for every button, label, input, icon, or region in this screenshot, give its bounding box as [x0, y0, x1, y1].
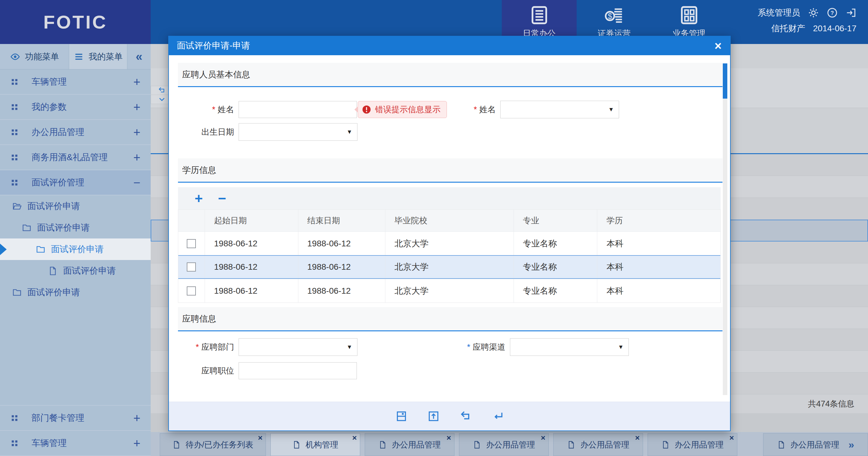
bottom-tab[interactable]: 办公用品管理×	[365, 433, 455, 456]
tab-close-icon[interactable]: ×	[730, 433, 734, 443]
table-row[interactable]: 1988-06-121988-06-12北京大学专业名称本科	[178, 279, 720, 303]
expand-toggle-icon[interactable]: +	[133, 437, 141, 449]
sidebar-menu-item[interactable]: 车辆管理+	[0, 69, 151, 95]
tab-close-icon[interactable]: ×	[258, 433, 262, 443]
username: 系统管理员	[757, 7, 800, 19]
table-row[interactable]: 1988-06-121988-06-12北京大学专业名称本科	[178, 255, 720, 279]
bottom-tab[interactable]: 办公用品管理×	[553, 433, 643, 456]
sidebar-collapse-button[interactable]: «	[127, 44, 151, 69]
sidebar-menu-item[interactable]: 车辆管理+	[0, 431, 151, 456]
sidebar-bottom-menu: 部门餐卡管理+车辆管理+	[0, 405, 151, 456]
dots-icon	[10, 178, 19, 187]
field-label: 姓名	[218, 104, 234, 115]
undo-icon[interactable]	[460, 410, 472, 422]
table-cell: 1988-06-12	[298, 232, 385, 255]
row-checkbox[interactable]	[187, 286, 196, 295]
caret-down-icon: ▼	[346, 129, 352, 135]
field-apply-channel: * 应聘渠道 ▼	[447, 338, 629, 356]
dialog-scrollbar[interactable]	[723, 63, 727, 395]
sidebar-tab-label: 我的菜单	[89, 51, 123, 62]
bottom-tab-label: 办公用品管理	[392, 439, 441, 450]
sidebar-item-label: 车辆管理	[32, 76, 67, 88]
gear-icon[interactable]	[808, 7, 819, 18]
sidebar-tree-item[interactable]: 面试评价申请	[0, 238, 151, 260]
close-icon[interactable]: ×	[715, 40, 730, 52]
save-icon[interactable]	[395, 410, 407, 422]
help-icon[interactable]: ?	[827, 7, 838, 18]
more-tabs-icon[interactable]: »	[848, 439, 855, 451]
row-checkbox[interactable]	[187, 239, 196, 248]
sidebar-item-label: 车辆管理	[32, 437, 67, 449]
sidebar-menu-item[interactable]: 部门餐卡管理+	[0, 406, 151, 431]
bottom-tab[interactable]: 待办/已办任务列表×	[160, 433, 266, 456]
required-asterisk: *	[195, 343, 199, 352]
sidebar-tree-item[interactable]: 面试评价申请	[0, 260, 151, 282]
sidebar-tree-item[interactable]: 面试评价申请	[0, 282, 151, 303]
expand-toggle-icon[interactable]: +	[133, 126, 141, 138]
selected-arrow-icon	[0, 244, 7, 255]
table-row[interactable]: 1988-06-121988-06-12北京大学专业名称本科	[178, 231, 720, 255]
sidebar-menu-item[interactable]: 商务用酒&礼品管理+	[0, 145, 151, 170]
name-select[interactable]: ▼	[500, 101, 619, 118]
apply-dept-select[interactable]: ▼	[239, 338, 358, 356]
remove-row-button[interactable]: −	[218, 192, 226, 205]
bottom-tab[interactable]: 机构管理×	[271, 433, 360, 456]
upload-icon[interactable]	[428, 410, 440, 422]
table-cell: 专业名称	[514, 256, 597, 278]
field-apply-dept: * 应聘部门 ▼	[178, 338, 358, 356]
required-asterisk: *	[212, 105, 215, 114]
sidebar-tree-item[interactable]: 面试评价申请	[0, 217, 151, 238]
sidebar-menu-item[interactable]: 面试评价管理−	[0, 170, 151, 195]
bottom-tab[interactable]: 办公用品管理»	[763, 433, 868, 456]
field-name-select: * 姓名 ▼	[437, 101, 619, 118]
table-cell: 1988-06-12	[205, 279, 298, 303]
sidebar-menu-item[interactable]: 我的参数+	[0, 95, 151, 120]
dots-icon	[10, 153, 19, 162]
logout-icon[interactable]	[845, 7, 857, 18]
sidebar-tree: 面试评价申请面试评价申请面试评价申请面试评价申请面试评价申请	[0, 195, 151, 303]
table-header-cell: 专业	[514, 210, 597, 231]
table-cell: 专业名称	[514, 232, 597, 255]
business-grid-icon	[679, 5, 700, 26]
user-department: 信托财产	[771, 23, 805, 34]
folder-icon	[36, 245, 45, 254]
sidebar-tree-item[interactable]: 面试评价申请	[0, 195, 151, 217]
interview-application-dialog: 面试评价申请-申请 × 应聘人员基本信息 * 姓名 错误提示信息显示 * 姓名 …	[168, 36, 731, 431]
apply-channel-select[interactable]: ▼	[510, 338, 629, 356]
menu-icon	[74, 52, 84, 62]
field-birth-date: 出生日期 ▼	[178, 123, 358, 141]
tab-close-icon[interactable]: ×	[446, 433, 451, 443]
tab-close-icon[interactable]: ×	[541, 433, 546, 443]
dialog-body: 应聘人员基本信息 * 姓名 错误提示信息显示 * 姓名 ▼ 出生日期 ▼	[169, 55, 730, 403]
expand-toggle-icon[interactable]: +	[133, 101, 141, 113]
bottom-tab-label: 待办/已办任务列表	[186, 439, 253, 450]
scrollbar-thumb[interactable]	[723, 63, 727, 98]
row-checkbox[interactable]	[187, 262, 196, 272]
enter-icon[interactable]	[492, 410, 504, 422]
dots-icon	[10, 78, 19, 86]
table-cell: 北京大学	[385, 256, 514, 278]
apply-position-input[interactable]	[239, 362, 357, 379]
bottom-tab-label: 办公用品管理	[580, 439, 629, 450]
sidebar: 功能菜单 我的菜单 « 车辆管理+我的参数+办公用品管理+商务用酒&礼品管理+面…	[0, 44, 151, 456]
birth-date-select[interactable]: ▼	[239, 123, 358, 141]
section-application: 应聘信息	[178, 307, 722, 331]
table-header-checkbox-col	[178, 210, 205, 231]
expand-toggle-icon[interactable]: +	[133, 412, 141, 424]
bottom-tab[interactable]: 办公用品管理×	[648, 433, 737, 456]
dots-icon	[10, 128, 19, 137]
bottom-tab[interactable]: 办公用品管理×	[459, 433, 549, 456]
sidebar-tab-my-menu[interactable]: 我的菜单	[69, 44, 127, 69]
expand-toggle-icon[interactable]: +	[133, 151, 141, 164]
sidebar-menu-item[interactable]: 办公用品管理+	[0, 120, 151, 145]
expand-toggle-icon[interactable]: +	[133, 76, 141, 88]
tab-close-icon[interactable]: ×	[352, 433, 357, 443]
table-cell: 本科	[597, 256, 720, 278]
expand-toggle-icon[interactable]: −	[133, 177, 141, 189]
add-row-button[interactable]: +	[195, 192, 203, 205]
name-input[interactable]	[239, 101, 357, 118]
table-cell: 1988-06-12	[298, 279, 385, 303]
tab-close-icon[interactable]: ×	[635, 433, 640, 443]
table-cell-checkbox	[178, 256, 205, 278]
sidebar-tab-function-menu[interactable]: 功能菜单	[0, 44, 69, 69]
